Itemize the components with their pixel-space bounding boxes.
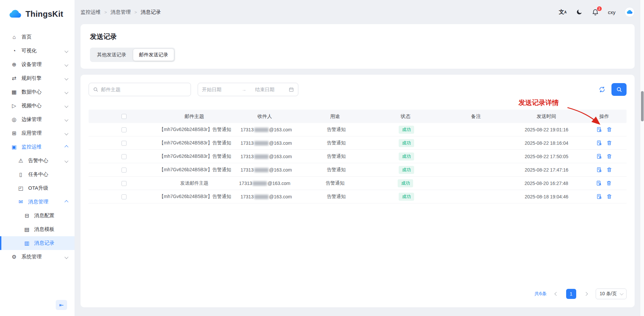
prev-page-button[interactable] [552, 289, 561, 299]
next-page-button[interactable] [581, 289, 591, 299]
cell-actions [582, 180, 627, 186]
sidebar-item-label: 可视化 [21, 48, 37, 54]
delete-icon[interactable] [606, 153, 612, 159]
table-toolbar: → [89, 83, 627, 96]
sidebar-item-alarm-center[interactable]: ⚠ 告警中心 [0, 154, 75, 168]
breadcrumb: 监控运维 > 消息管理 > 消息记录 [81, 9, 161, 15]
page-size-select[interactable]: 10 条/页 [596, 289, 627, 299]
cell-send-time: 2025-08-18 19:04:46 [511, 194, 582, 199]
rule-engine-icon: ⇄ [11, 75, 17, 81]
sidebar-item-message-record[interactable]: ▥ 消息记录 [0, 236, 75, 250]
message-management-icon: ✉ [17, 199, 24, 205]
view-detail-icon[interactable] [596, 127, 602, 132]
message-template-icon: ▤ [23, 226, 30, 233]
cell-status: 成功 [371, 152, 441, 161]
sidebar-item-home[interactable]: ⌂ 首页 [0, 30, 75, 44]
sidebar-item-label: 视频中心 [21, 103, 42, 109]
cell-recipient: 17313@163.com [230, 181, 300, 186]
sidebar-item-label: 监控运维 [21, 144, 42, 150]
view-detail-icon[interactable] [596, 153, 602, 159]
language-switch-icon[interactable]: 文A [559, 9, 566, 16]
delete-icon[interactable] [606, 167, 612, 173]
tab-email-send-records[interactable]: 邮件发送记录 [133, 49, 174, 61]
calendar-icon[interactable] [289, 87, 294, 92]
view-detail-icon[interactable] [596, 140, 602, 146]
breadcrumb-item[interactable]: 监控运维 [81, 9, 101, 15]
sidebar-item-monitor-ops[interactable]: ▣ 监控运维 [0, 140, 75, 154]
brand-logo[interactable]: ThingsKit [0, 0, 75, 28]
cell-status: 成功 [371, 166, 441, 174]
breadcrumb-separator: > [135, 10, 137, 15]
delete-icon[interactable] [606, 194, 612, 199]
chevron-icon [64, 131, 68, 135]
breadcrumb-item[interactable]: 消息管理 [111, 9, 131, 15]
sidebar-item-label: 消息配置 [34, 212, 54, 219]
sidebar-item-message-management[interactable]: ✉ 消息管理 [0, 195, 75, 209]
subject-search-input[interactable] [101, 87, 187, 92]
sidebar-item-system-management[interactable]: ⚙ 系统管理 [0, 250, 75, 264]
row-checkbox[interactable] [121, 194, 127, 199]
row-checkbox[interactable] [121, 154, 127, 159]
status-badge: 成功 [399, 139, 414, 147]
select-all-checkbox[interactable] [121, 114, 127, 119]
row-checkbox[interactable] [121, 127, 127, 132]
sidebar-item-message-config[interactable]: ⊟ 消息配置 [0, 209, 75, 223]
notification-bell-icon[interactable]: 3 [592, 8, 599, 16]
delete-icon[interactable] [606, 140, 612, 146]
cell-subject: 【mh7Gv626b24B5B3r】告警通知 [159, 167, 231, 173]
row-checkbox[interactable] [121, 141, 127, 146]
end-date-input[interactable] [255, 87, 286, 92]
chevron-icon [64, 159, 68, 163]
visualization-icon: ◔ [11, 48, 17, 54]
sidebar-item-edge-management[interactable]: ◎ 边缘管理 [0, 113, 75, 126]
sidebar-item-label: 设备管理 [21, 61, 42, 68]
sidebar-item-app-management[interactable]: ⊞ 应用管理 [0, 126, 75, 140]
sidebar-item-device-management[interactable]: ⊕ 设备管理 [0, 58, 75, 71]
sidebar-item-rule-engine[interactable]: ⇄ 规则引擎 [0, 71, 75, 85]
page-number-current[interactable]: 1 [566, 289, 576, 299]
cloud-icon [8, 9, 22, 19]
search-submit-button[interactable] [611, 83, 627, 96]
col-send-time: 发送时间 [511, 113, 582, 120]
refresh-button[interactable] [599, 86, 605, 93]
sidebar-item-visualization[interactable]: ◔ 可视化 [0, 44, 75, 58]
page-title: 发送记录 [90, 32, 625, 41]
delete-icon[interactable] [606, 180, 612, 186]
view-detail-icon[interactable] [596, 194, 602, 199]
cell-send-time: 2025-08-22 17:47:16 [511, 167, 582, 173]
cell-status: 成功 [370, 179, 441, 187]
row-checkbox[interactable] [121, 168, 127, 173]
data-center-icon: ▦ [11, 89, 17, 95]
view-detail-icon[interactable] [596, 167, 602, 173]
view-detail-icon[interactable] [596, 180, 602, 186]
notification-badge: 3 [597, 6, 602, 11]
delete-icon[interactable] [606, 127, 612, 132]
masked-recipient [254, 154, 268, 159]
collapse-sidebar-button[interactable]: ⇤ [56, 300, 67, 310]
col-purpose: 用途 [300, 113, 370, 120]
col-recipient: 收件人 [230, 113, 300, 120]
chevron-down-icon [620, 292, 624, 295]
start-date-input[interactable] [202, 87, 233, 92]
sidebar-item-data-center[interactable]: ▦ 数据中心 [0, 85, 75, 99]
vertical-scrollbar [640, 0, 644, 316]
row-checkbox[interactable] [121, 181, 127, 186]
sidebar-item-ota-upgrade[interactable]: ◰ OTA升级 [0, 181, 75, 195]
cell-purpose: 告警通知 [301, 153, 371, 160]
sidebar-item-task-center[interactable]: ▯ 任务中心 [0, 168, 75, 181]
cell-purpose: 告警通知 [301, 127, 371, 133]
breadcrumb-separator: > [104, 10, 107, 15]
cell-actions [582, 194, 627, 199]
dark-mode-icon[interactable] [576, 9, 583, 15]
tab-other-send-records[interactable]: 其他发送记录 [91, 49, 132, 61]
annotation-text: 发送记录详情 [518, 98, 559, 107]
refresh-icon [599, 86, 605, 93]
username[interactable]: cxy [608, 9, 616, 15]
sidebar-item-video-center[interactable]: ▷ 视频中心 [0, 99, 75, 113]
breadcrumb-item-current[interactable]: 消息记录 [141, 9, 161, 15]
sidebar-item-message-template[interactable]: ▤ 消息模板 [0, 223, 75, 236]
alarm-center-icon: ⚠ [17, 157, 24, 164]
records-table: 邮件主题 收件人 用途 状态 备注 发送时间 操作 【mh7Gv626b24B5… [89, 110, 627, 203]
user-avatar[interactable] [625, 7, 635, 17]
scrollbar-thumb[interactable] [641, 91, 644, 121]
